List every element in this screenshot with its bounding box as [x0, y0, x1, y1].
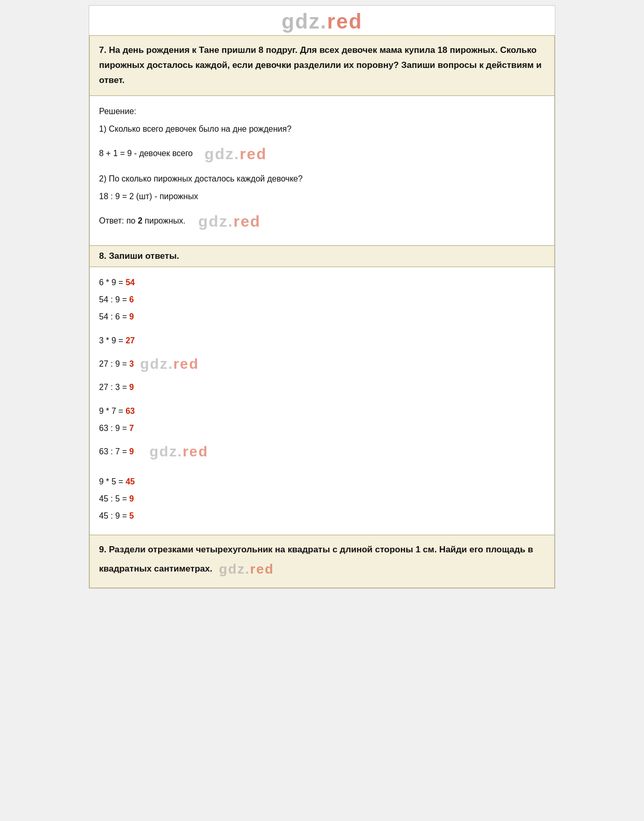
answer-2-1: 27: [125, 336, 135, 345]
task7-solution: Решение: 1) Сколько всего девочек было н…: [89, 96, 555, 246]
watermark-solution2: gdz.red: [198, 206, 261, 237]
answer-3-2: 7: [129, 424, 134, 433]
step1-equation: 8 + 1 = 9 - девочек всего gdz.red: [99, 138, 545, 170]
answer-suffix: пирожных.: [143, 216, 186, 225]
task9-text: Раздели отрезками четырехугольник на ква…: [99, 545, 533, 573]
math-line-4-2: 45 : 5 = 9: [99, 491, 545, 507]
solution-label: Решение:: [99, 103, 545, 120]
math-line-4-3: 45 : 9 = 5: [99, 508, 545, 524]
task8-body: 6 * 9 = 54 54 : 9 = 6 54 : 6 = 9 3 * 9 =…: [89, 267, 555, 535]
math-line-2-2: 27 : 9 = 3 gdz.red: [99, 350, 545, 379]
answer-value: 2: [138, 216, 143, 225]
page: gdz.red 7. На день рождения к Тане пришл…: [89, 5, 555, 589]
answer-2-3: 9: [129, 383, 134, 392]
answer-line: Ответ: по 2 пирожных. gdz.red: [99, 206, 545, 237]
math-line-4-1: 9 * 5 = 45: [99, 474, 545, 490]
math-line-2-3: 27 : 3 = 9: [99, 379, 545, 396]
step2-equation: 18 : 9 = 2 (шт) - пирожных: [99, 188, 545, 205]
task8-number: 8.: [99, 251, 106, 261]
watermark-group2: gdz.red: [140, 350, 199, 379]
task8-header: 8. Запиши ответы.: [89, 246, 555, 267]
watermark-top: gdz.red: [89, 6, 555, 35]
task9-number: 9.: [99, 545, 106, 554]
task9-problem: 9. Раздели отрезками четырехугольник на …: [89, 535, 555, 588]
math-group-1: 6 * 9 = 54 54 : 9 = 6 54 : 6 = 9: [99, 274, 545, 325]
math-line-2-1: 3 * 9 = 27: [99, 332, 545, 349]
math-line-3-1: 9 * 7 = 63: [99, 403, 545, 420]
watermark-top-gray: gdz.: [282, 10, 327, 33]
answer-3-3: 9: [129, 447, 134, 456]
answer-1-2: 6: [129, 295, 134, 304]
watermark-task9: gdz.red: [219, 558, 274, 580]
math-line-3-2: 63 : 9 = 7: [99, 420, 545, 437]
answer-4-3: 5: [129, 511, 134, 520]
answer-3-1: 63: [125, 407, 135, 415]
task7-text: На день рождения к Тане пришли 8 подруг.…: [99, 45, 541, 85]
answer-4-1: 45: [125, 477, 135, 486]
watermark-top-red: red: [327, 10, 362, 33]
answer-1-3: 9: [129, 312, 134, 321]
watermark-group3: gdz.red: [149, 437, 208, 466]
step1-question: 1) Сколько всего девочек было на дне рож…: [99, 121, 545, 137]
task7-number: 7.: [99, 45, 106, 55]
watermark-solution1: gdz.red: [204, 145, 267, 162]
math-line-1-3: 54 : 6 = 9: [99, 309, 545, 325]
task7-problem: 7. На день рождения к Тане пришли 8 подр…: [89, 35, 555, 96]
math-group-2: 3 * 9 = 27 27 : 9 = 3 gdz.red 27 : 3 = 9: [99, 332, 545, 396]
answer-2-2: 3: [129, 359, 134, 368]
step2-question: 2) По сколько пирожных досталось каждой …: [99, 171, 545, 187]
math-group-3: 9 * 7 = 63 63 : 9 = 7 63 : 7 = 9 gdz.red: [99, 403, 545, 466]
math-line-1-2: 54 : 9 = 6: [99, 291, 545, 308]
math-line-1-1: 6 * 9 = 54: [99, 274, 545, 291]
math-line-3-3: 63 : 7 = 9 gdz.red: [99, 437, 545, 466]
answer-4-2: 9: [129, 494, 134, 503]
math-group-4: 9 * 5 = 45 45 : 5 = 9 45 : 9 = 5: [99, 474, 545, 524]
answer-prefix: Ответ: по: [99, 216, 138, 225]
task8-header-text: Запиши ответы.: [109, 251, 179, 261]
answer-1-1: 54: [125, 278, 135, 287]
